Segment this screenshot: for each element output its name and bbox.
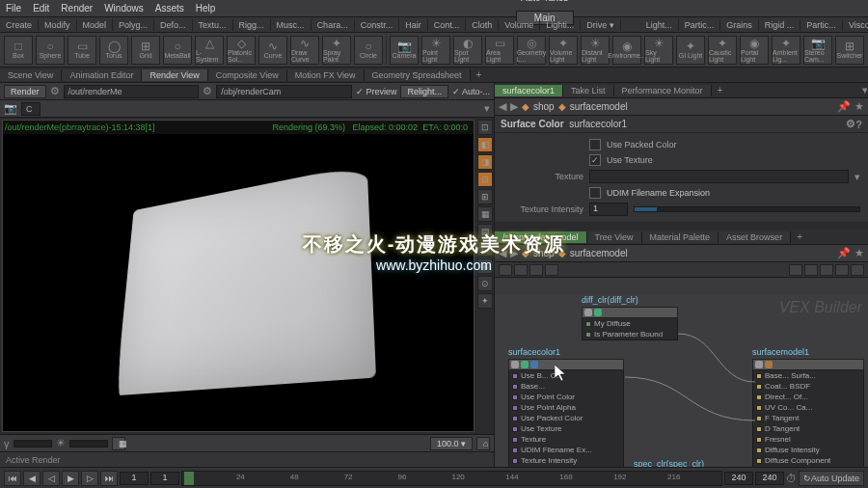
- node-pin-icon[interactable]: 📌: [837, 247, 851, 259]
- node-param-row[interactable]: My Diffuse: [583, 318, 677, 329]
- sidebar-tool-11[interactable]: ✦: [477, 293, 493, 309]
- node-param-row[interactable]: Coat... BSDF: [753, 381, 863, 392]
- auto-toggle[interactable]: ✓ Auto-...: [452, 87, 490, 96]
- sidebar-tool-6[interactable]: ▦: [477, 206, 493, 222]
- exposure-slider[interactable]: [69, 440, 108, 447]
- menu-edit[interactable]: Edit: [33, 3, 49, 14]
- shelf-tab[interactable]: Constr...: [355, 19, 400, 31]
- menu-assets[interactable]: Assets: [155, 3, 184, 14]
- shelf-button[interactable]: ◐Spot Light: [453, 36, 482, 65]
- nav-back-icon[interactable]: ◀: [499, 100, 506, 113]
- shop-icon[interactable]: ◆: [522, 101, 529, 112]
- shelf-button[interactable]: ☀Point Light: [421, 36, 450, 65]
- node-tool-r3[interactable]: [820, 264, 833, 276]
- shelf-tab[interactable]: Rigid ...: [759, 19, 801, 31]
- shelf-tab[interactable]: Lighti...: [540, 19, 581, 31]
- node-path-shop[interactable]: shop: [533, 248, 555, 258]
- shelf-button[interactable]: ○Circle: [354, 36, 383, 65]
- sidebar-tool-4[interactable]: ⊟: [477, 172, 493, 187]
- bg-toggle[interactable]: ▦: [112, 437, 125, 450]
- view-tab[interactable]: Geometry Spreadsheet: [365, 69, 471, 81]
- node-tool-3[interactable]: [529, 264, 543, 276]
- node-param-row[interactable]: Texture Intensity: [509, 455, 623, 466]
- shelf-tab[interactable]: Drive ▾: [581, 19, 621, 31]
- node-param-row[interactable]: Diffuse Intensity: [753, 445, 863, 455]
- add-nodetab-icon[interactable]: +: [791, 230, 808, 243]
- node-param-row[interactable]: Base... Surfa...: [753, 370, 863, 381]
- menu-windows[interactable]: Windows: [104, 3, 144, 14]
- node-spec-clr[interactable]: spec_clr(spec_clr) Specular ColorParamet…: [634, 459, 740, 467]
- texture-input[interactable]: [589, 170, 849, 183]
- view-options-icon[interactable]: ▾: [484, 102, 490, 115]
- render-camera-path[interactable]: /obj/renderCam: [216, 85, 352, 98]
- playback-play-icon[interactable]: ▶: [62, 471, 79, 486]
- param-help-icon[interactable]: ★: [854, 100, 864, 113]
- node-param-row[interactable]: D Tangent: [753, 423, 863, 434]
- shelf-button[interactable]: ⊞Grid: [131, 36, 160, 65]
- node-param-row[interactable]: Texture: [509, 434, 623, 445]
- node-surfacecolor1[interactable]: surfacecolor1 Use B... C...Base...Use Po…: [508, 347, 624, 467]
- node-param-row[interactable]: Direct... Of...: [753, 392, 863, 402]
- shelf-tab[interactable]: Partic...: [800, 19, 843, 31]
- node-param-row[interactable]: UDIM Filename Ex...: [509, 445, 623, 455]
- param-help2-icon[interactable]: ?: [855, 119, 862, 130]
- node-canvas[interactable]: VEX Builder diff_clr(diff_clr) My Diffus…: [495, 295, 868, 467]
- node-param-row[interactable]: Subsurface Albedo: [753, 466, 863, 467]
- shelf-button[interactable]: ◇Platonic Sol...: [227, 36, 256, 65]
- shelf-tab[interactable]: Cont...: [428, 19, 467, 31]
- node-surfacemodel1[interactable]: surfacemodel1 Base... Surfa...Coat... BS…: [752, 347, 864, 467]
- texture-browse-icon[interactable]: ▾: [854, 171, 860, 183]
- playback-prev-icon[interactable]: ◀: [23, 471, 41, 486]
- shelf-tab[interactable]: Polyg...: [113, 19, 154, 31]
- node-diff-clr[interactable]: diff_clr(diff_clr) My DiffuseIs Paramete…: [582, 295, 678, 340]
- shelf-button[interactable]: ○MetaBall: [163, 36, 192, 65]
- node-tool-r4[interactable]: [835, 264, 849, 276]
- gamma-slider[interactable]: [14, 440, 52, 447]
- channel-select[interactable]: C: [21, 102, 41, 116]
- shelf-button[interactable]: ◯Torus: [99, 36, 128, 65]
- sidebar-tool-2[interactable]: ◧: [477, 137, 493, 152]
- node-param-row[interactable]: Diffuse Component: [753, 455, 863, 466]
- shelf-tab[interactable]: Create: [0, 19, 39, 31]
- view-tab[interactable]: Scene View: [0, 69, 62, 81]
- shelf-tab[interactable]: Defo...: [154, 19, 193, 31]
- shelf-tab[interactable]: Light...: [640, 19, 679, 31]
- render-viewport[interactable]: /out/renderMe(pbrraytrace)-15:14:38[1] 6…: [2, 120, 475, 432]
- tab-nodepath[interactable]: /shop/surfacemodel: [495, 231, 587, 243]
- shelf-button[interactable]: 📷Stereo Cam...: [803, 36, 832, 65]
- camera-settings-icon[interactable]: ⚙: [203, 85, 212, 97]
- timeline-playhead[interactable]: [184, 472, 194, 485]
- node-star-icon[interactable]: ★: [854, 247, 864, 259]
- use-packed-color-check[interactable]: [589, 139, 601, 150]
- add-tab-icon[interactable]: +: [712, 84, 729, 96]
- shelf-button[interactable]: ∿Draw Curve: [290, 36, 319, 65]
- node-param-row[interactable]: F Tangent: [753, 413, 863, 423]
- tab-treeview[interactable]: Tree View: [587, 231, 642, 243]
- current-frame-input[interactable]: 1: [150, 472, 179, 485]
- pin-icon[interactable]: 📌: [837, 100, 851, 113]
- shelf-button[interactable]: ◉Portal Light: [740, 36, 769, 65]
- end-frame-input[interactable]: 240: [724, 472, 753, 485]
- sidebar-tool-7[interactable]: ▤: [477, 224, 493, 239]
- node-param-row[interactable]: Base...: [509, 381, 623, 392]
- shelf-button[interactable]: ◉Environme...: [612, 36, 641, 65]
- shelf-tab[interactable]: Visco...: [843, 19, 868, 31]
- shelf-tab[interactable]: Volume: [499, 19, 540, 31]
- node-tool-4[interactable]: [545, 264, 558, 276]
- shelf-button[interactable]: ◎Geometry L...: [517, 36, 546, 65]
- node-tool-1[interactable]: [499, 264, 512, 276]
- shelf-button[interactable]: ✦Spray Paint: [322, 36, 351, 65]
- shelf-tab[interactable]: Partic...: [679, 19, 721, 31]
- use-texture-check[interactable]: ✓: [589, 154, 601, 166]
- menu-help[interactable]: Help: [196, 3, 216, 14]
- node-param-row[interactable]: Is Parameter Bound: [583, 329, 677, 339]
- node-tool-r2[interactable]: [804, 264, 818, 276]
- nav-fwd-icon[interactable]: ▶: [510, 100, 518, 113]
- shelf-button[interactable]: ○Sphere: [36, 36, 65, 65]
- sidebar-tool-3[interactable]: ◨: [477, 154, 493, 170]
- sidebar-tool-1[interactable]: ⊡: [477, 120, 493, 135]
- view-tab[interactable]: Animation Editor: [62, 69, 142, 81]
- shelf-tab[interactable]: Textu...: [193, 19, 233, 31]
- tab-matpalette[interactable]: Material Palette: [642, 231, 719, 243]
- shelf-button[interactable]: ⊞Switcher: [835, 36, 864, 65]
